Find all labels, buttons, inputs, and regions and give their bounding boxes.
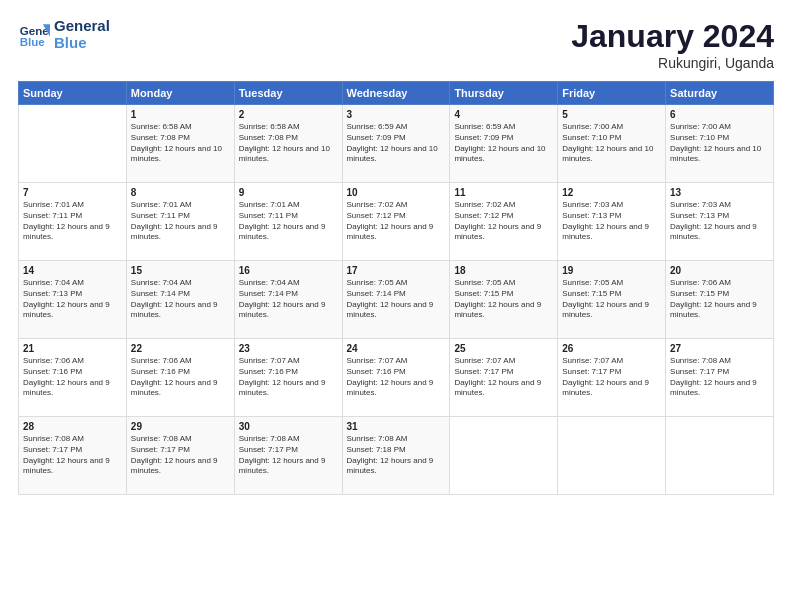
calendar-cell: 23 Sunrise: 7:07 AM Sunset: 7:16 PM Dayl… (234, 339, 342, 417)
calendar-cell: 22 Sunrise: 7:06 AM Sunset: 7:16 PM Dayl… (126, 339, 234, 417)
day-info: Sunrise: 7:02 AM Sunset: 7:12 PM Dayligh… (454, 200, 553, 243)
day-info: Sunrise: 7:08 AM Sunset: 7:17 PM Dayligh… (239, 434, 338, 477)
calendar-cell: 20 Sunrise: 7:06 AM Sunset: 7:15 PM Dayl… (666, 261, 774, 339)
sunrise-text: Sunrise: 7:01 AM (239, 200, 300, 209)
sunset-text: Sunset: 7:12 PM (454, 211, 513, 220)
daylight-text: Daylight: 12 hours and 9 minutes. (347, 456, 434, 476)
sunrise-text: Sunrise: 7:08 AM (239, 434, 300, 443)
day-number: 4 (454, 109, 553, 120)
day-info: Sunrise: 7:00 AM Sunset: 7:10 PM Dayligh… (562, 122, 661, 165)
sunrise-text: Sunrise: 7:05 AM (454, 278, 515, 287)
calendar-cell: 7 Sunrise: 7:01 AM Sunset: 7:11 PM Dayli… (19, 183, 127, 261)
sunset-text: Sunset: 7:15 PM (454, 289, 513, 298)
day-number: 24 (347, 343, 446, 354)
calendar-cell: 4 Sunrise: 6:59 AM Sunset: 7:09 PM Dayli… (450, 105, 558, 183)
sunset-text: Sunset: 7:17 PM (454, 367, 513, 376)
page-header: General Blue General Blue January 2024 R… (18, 18, 774, 71)
calendar-cell: 30 Sunrise: 7:08 AM Sunset: 7:17 PM Dayl… (234, 417, 342, 495)
day-info: Sunrise: 7:07 AM Sunset: 7:16 PM Dayligh… (239, 356, 338, 399)
week-row-4: 21 Sunrise: 7:06 AM Sunset: 7:16 PM Dayl… (19, 339, 774, 417)
logo-icon: General Blue (18, 19, 50, 51)
day-number: 18 (454, 265, 553, 276)
sunset-text: Sunset: 7:11 PM (131, 211, 190, 220)
day-number: 20 (670, 265, 769, 276)
day-info: Sunrise: 7:06 AM Sunset: 7:16 PM Dayligh… (131, 356, 230, 399)
day-info: Sunrise: 6:59 AM Sunset: 7:09 PM Dayligh… (454, 122, 553, 165)
day-number: 14 (23, 265, 122, 276)
sunset-text: Sunset: 7:16 PM (131, 367, 190, 376)
sunrise-text: Sunrise: 7:01 AM (23, 200, 84, 209)
col-header-sunday: Sunday (19, 82, 127, 105)
col-header-saturday: Saturday (666, 82, 774, 105)
sunrise-text: Sunrise: 7:08 AM (131, 434, 192, 443)
daylight-text: Daylight: 12 hours and 9 minutes. (131, 378, 218, 398)
sunrise-text: Sunrise: 6:58 AM (131, 122, 192, 131)
sunset-text: Sunset: 7:16 PM (239, 367, 298, 376)
calendar-cell: 21 Sunrise: 7:06 AM Sunset: 7:16 PM Dayl… (19, 339, 127, 417)
calendar-cell: 12 Sunrise: 7:03 AM Sunset: 7:13 PM Dayl… (558, 183, 666, 261)
sunrise-text: Sunrise: 7:05 AM (562, 278, 623, 287)
day-info: Sunrise: 7:05 AM Sunset: 7:15 PM Dayligh… (562, 278, 661, 321)
day-number: 1 (131, 109, 230, 120)
daylight-text: Daylight: 12 hours and 9 minutes. (347, 222, 434, 242)
sunrise-text: Sunrise: 7:05 AM (347, 278, 408, 287)
day-info: Sunrise: 7:01 AM Sunset: 7:11 PM Dayligh… (23, 200, 122, 243)
daylight-text: Daylight: 12 hours and 9 minutes. (454, 300, 541, 320)
sunset-text: Sunset: 7:15 PM (562, 289, 621, 298)
calendar-cell: 16 Sunrise: 7:04 AM Sunset: 7:14 PM Dayl… (234, 261, 342, 339)
daylight-text: Daylight: 12 hours and 9 minutes. (239, 456, 326, 476)
sunrise-text: Sunrise: 7:08 AM (23, 434, 84, 443)
week-row-5: 28 Sunrise: 7:08 AM Sunset: 7:17 PM Dayl… (19, 417, 774, 495)
day-info: Sunrise: 7:07 AM Sunset: 7:17 PM Dayligh… (562, 356, 661, 399)
sunset-text: Sunset: 7:10 PM (670, 133, 729, 142)
sunset-text: Sunset: 7:17 PM (670, 367, 729, 376)
sunrise-text: Sunrise: 7:07 AM (562, 356, 623, 365)
calendar-cell: 8 Sunrise: 7:01 AM Sunset: 7:11 PM Dayli… (126, 183, 234, 261)
sunrise-text: Sunrise: 7:04 AM (23, 278, 84, 287)
sunrise-text: Sunrise: 6:58 AM (239, 122, 300, 131)
day-info: Sunrise: 7:08 AM Sunset: 7:17 PM Dayligh… (23, 434, 122, 477)
day-number: 25 (454, 343, 553, 354)
daylight-text: Daylight: 12 hours and 9 minutes. (670, 378, 757, 398)
day-number: 22 (131, 343, 230, 354)
day-number: 3 (347, 109, 446, 120)
sunset-text: Sunset: 7:14 PM (347, 289, 406, 298)
daylight-text: Daylight: 12 hours and 9 minutes. (454, 378, 541, 398)
day-number: 15 (131, 265, 230, 276)
calendar-cell: 26 Sunrise: 7:07 AM Sunset: 7:17 PM Dayl… (558, 339, 666, 417)
daylight-text: Daylight: 12 hours and 9 minutes. (23, 222, 110, 242)
sunrise-text: Sunrise: 7:07 AM (239, 356, 300, 365)
calendar-body: 1 Sunrise: 6:58 AM Sunset: 7:08 PM Dayli… (19, 105, 774, 495)
col-header-tuesday: Tuesday (234, 82, 342, 105)
sunrise-text: Sunrise: 7:08 AM (347, 434, 408, 443)
calendar-cell: 24 Sunrise: 7:07 AM Sunset: 7:16 PM Dayl… (342, 339, 450, 417)
day-number: 11 (454, 187, 553, 198)
calendar-cell: 31 Sunrise: 7:08 AM Sunset: 7:18 PM Dayl… (342, 417, 450, 495)
calendar-cell: 28 Sunrise: 7:08 AM Sunset: 7:17 PM Dayl… (19, 417, 127, 495)
calendar-cell: 1 Sunrise: 6:58 AM Sunset: 7:08 PM Dayli… (126, 105, 234, 183)
daylight-text: Daylight: 12 hours and 10 minutes. (562, 144, 653, 164)
daylight-text: Daylight: 12 hours and 9 minutes. (239, 300, 326, 320)
col-header-monday: Monday (126, 82, 234, 105)
calendar-cell: 14 Sunrise: 7:04 AM Sunset: 7:13 PM Dayl… (19, 261, 127, 339)
sunrise-text: Sunrise: 7:02 AM (347, 200, 408, 209)
calendar-cell: 11 Sunrise: 7:02 AM Sunset: 7:12 PM Dayl… (450, 183, 558, 261)
sunset-text: Sunset: 7:08 PM (239, 133, 298, 142)
day-info: Sunrise: 7:03 AM Sunset: 7:13 PM Dayligh… (562, 200, 661, 243)
sunrise-text: Sunrise: 7:06 AM (670, 278, 731, 287)
daylight-text: Daylight: 12 hours and 9 minutes. (131, 456, 218, 476)
logo-text-line2: Blue (54, 35, 110, 52)
day-number: 28 (23, 421, 122, 432)
day-number: 23 (239, 343, 338, 354)
daylight-text: Daylight: 12 hours and 9 minutes. (23, 456, 110, 476)
sunrise-text: Sunrise: 7:07 AM (347, 356, 408, 365)
calendar-header-row: SundayMondayTuesdayWednesdayThursdayFrid… (19, 82, 774, 105)
calendar-cell: 3 Sunrise: 6:59 AM Sunset: 7:09 PM Dayli… (342, 105, 450, 183)
day-info: Sunrise: 7:04 AM Sunset: 7:13 PM Dayligh… (23, 278, 122, 321)
daylight-text: Daylight: 12 hours and 9 minutes. (239, 378, 326, 398)
sunset-text: Sunset: 7:16 PM (23, 367, 82, 376)
day-number: 6 (670, 109, 769, 120)
sunset-text: Sunset: 7:13 PM (23, 289, 82, 298)
sunset-text: Sunset: 7:09 PM (347, 133, 406, 142)
calendar-cell: 9 Sunrise: 7:01 AM Sunset: 7:11 PM Dayli… (234, 183, 342, 261)
